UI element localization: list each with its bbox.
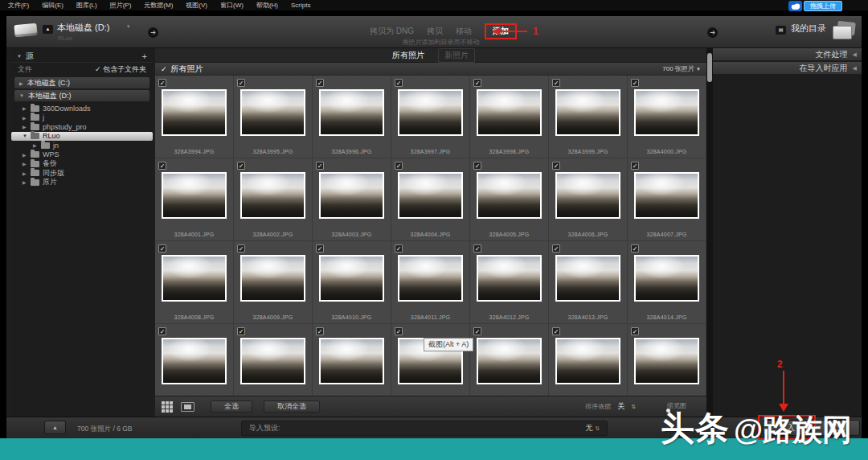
- photo-cell[interactable]: ✓328A4008.JPG: [155, 241, 234, 324]
- folder-item[interactable]: ▶phpstudy_pro: [11, 122, 153, 132]
- photo-thumbnail[interactable]: [319, 255, 384, 302]
- photo-cell[interactable]: ✓328A4010.JPG: [313, 241, 391, 324]
- menu-item[interactable]: Scripts: [285, 0, 317, 10]
- photo-checkbox[interactable]: ✓: [237, 162, 245, 170]
- source-caret-icon[interactable]: ▾: [127, 23, 130, 30]
- menu-item[interactable]: 文件(F): [2, 0, 35, 10]
- select-all-button[interactable]: 全选: [211, 400, 252, 413]
- photo-cell[interactable]: ✓: [470, 324, 549, 396]
- folder-item[interactable]: ▶同步版: [11, 169, 153, 179]
- photo-cell[interactable]: ✓328A3995.JPG: [234, 76, 313, 158]
- photo-thumbnail[interactable]: [634, 89, 699, 136]
- drive-item[interactable]: ▶本地磁盘 (C:): [14, 77, 149, 88]
- deselect-all-button[interactable]: 取消全选: [264, 400, 320, 413]
- catalog-title[interactable]: 我的目录: [791, 23, 826, 35]
- photo-thumbnail[interactable]: [240, 255, 305, 302]
- photo-cell[interactable]: ✓328A4002.JPG: [234, 158, 313, 241]
- photo-checkbox[interactable]: ✓: [631, 327, 639, 335]
- panel-section-在导入时应用[interactable]: 在导入时应用◀: [713, 62, 862, 74]
- preset-sort-icon[interactable]: ⇅: [595, 425, 600, 432]
- tab-新照片[interactable]: 新照片: [438, 48, 475, 63]
- panel-section-文件处理[interactable]: 文件处理◀: [713, 48, 862, 60]
- folder-item[interactable]: ▶原片: [11, 178, 153, 187]
- photo-cell[interactable]: ✓328A4009.JPG: [234, 241, 313, 324]
- sort-direction-icon[interactable]: ⇅: [631, 404, 636, 410]
- photo-checkbox[interactable]: ✓: [552, 79, 560, 87]
- photo-checkbox[interactable]: ✓: [237, 244, 245, 253]
- menu-item[interactable]: 帮助(H): [250, 0, 285, 10]
- photo-thumbnail[interactable]: [555, 255, 620, 302]
- photo-checkbox[interactable]: ✓: [552, 327, 560, 335]
- photo-checkbox[interactable]: ✓: [631, 162, 639, 170]
- photo-checkbox[interactable]: ✓: [631, 244, 639, 253]
- photo-checkbox[interactable]: ✓: [473, 244, 481, 253]
- photo-thumbnail[interactable]: [398, 172, 463, 219]
- collapse-panel-button[interactable]: ▲: [44, 421, 66, 434]
- photo-cell[interactable]: ✓328A3994.JPG: [155, 76, 234, 158]
- hide-left-panel-arrow-icon[interactable]: ➔: [148, 27, 158, 38]
- menu-item[interactable]: 视图(V): [179, 0, 214, 10]
- photo-cell[interactable]: ✓: [391, 324, 470, 396]
- photo-checkbox[interactable]: ✓: [395, 162, 403, 170]
- folder-item[interactable]: ▶WPS: [11, 150, 153, 160]
- photo-thumbnail[interactable]: [555, 89, 620, 136]
- photo-cell[interactable]: ✓328A4001.JPG: [155, 158, 234, 241]
- photo-cell[interactable]: ✓: [234, 324, 313, 396]
- photo-thumbnail[interactable]: [162, 338, 227, 384]
- netdisk-icon[interactable]: [788, 1, 802, 11]
- menu-item[interactable]: 图库(L): [70, 0, 104, 10]
- photo-cell[interactable]: ✓328A3999.JPG: [549, 76, 628, 158]
- photo-cell[interactable]: ✓: [549, 324, 628, 396]
- add-source-icon[interactable]: +: [142, 51, 147, 61]
- photo-checkbox[interactable]: ✓: [316, 162, 324, 170]
- sort-value[interactable]: 关: [617, 401, 624, 412]
- grid-scrollbar[interactable]: [706, 48, 713, 417]
- photo-checkbox[interactable]: ✓: [395, 244, 403, 253]
- photo-thumbnail[interactable]: [398, 255, 463, 302]
- photo-thumbnail[interactable]: [477, 255, 542, 302]
- photo-count[interactable]: 700 张照片 ▼: [662, 64, 701, 73]
- photo-checkbox[interactable]: ✓: [237, 327, 245, 335]
- select-all-label[interactable]: 所有照片: [171, 64, 203, 75]
- photo-thumbnail[interactable]: [319, 172, 384, 219]
- import-method-option[interactable]: 拷贝: [427, 26, 443, 37]
- photo-thumbnail[interactable]: [162, 172, 227, 219]
- photo-checkbox[interactable]: ✓: [395, 327, 403, 335]
- menu-item[interactable]: 编辑(E): [35, 0, 70, 10]
- folder-item[interactable]: ▶jn: [11, 141, 153, 150]
- photo-checkbox[interactable]: ✓: [552, 162, 560, 170]
- photo-thumbnail[interactable]: [477, 338, 542, 384]
- import-method-option[interactable]: 拷贝为 DNG: [370, 26, 414, 37]
- photo-cell[interactable]: ✓328A4007.JPG: [628, 158, 706, 241]
- photo-checkbox[interactable]: ✓: [552, 244, 560, 253]
- hide-right-panel-arrow-icon[interactable]: ➔: [707, 27, 718, 38]
- grid-view-icon[interactable]: [162, 401, 173, 413]
- photo-checkbox[interactable]: ✓: [237, 79, 245, 87]
- photo-thumbnail[interactable]: [240, 89, 305, 136]
- photo-checkbox[interactable]: ✓: [473, 162, 481, 170]
- photo-cell[interactable]: ✓328A3998.JPG: [470, 76, 549, 158]
- photo-checkbox[interactable]: ✓: [473, 327, 481, 335]
- photo-checkbox[interactable]: ✓: [158, 327, 166, 335]
- photo-cell[interactable]: ✓328A4006.JPG: [549, 158, 628, 241]
- photo-thumbnail[interactable]: [240, 338, 305, 384]
- photo-thumbnail[interactable]: [477, 89, 542, 136]
- photo-cell[interactable]: ✓328A4014.JPG: [628, 241, 706, 324]
- include-subfolders-checkbox[interactable]: ✓ 包含子文件夹: [95, 64, 146, 75]
- netdisk-upload-widget[interactable]: 拖拽上传: [788, 1, 842, 11]
- photo-checkbox[interactable]: ✓: [316, 327, 324, 335]
- photo-checkbox[interactable]: ✓: [631, 79, 639, 87]
- photo-thumbnail[interactable]: [240, 172, 305, 219]
- photo-cell[interactable]: ✓328A4003.JPG: [313, 158, 391, 241]
- source-title[interactable]: 本地磁盘 (D:): [57, 22, 109, 34]
- photo-thumbnail[interactable]: [634, 338, 699, 384]
- photo-thumbnail[interactable]: [555, 172, 620, 219]
- photo-thumbnail[interactable]: [634, 172, 699, 219]
- photo-cell[interactable]: ✓: [628, 324, 706, 396]
- folder-item[interactable]: ▶360Downloads: [11, 104, 153, 113]
- photo-cell[interactable]: ✓: [155, 324, 234, 396]
- photo-cell[interactable]: ✓328A4005.JPG: [470, 158, 549, 241]
- tab-所有照片[interactable]: 所有照片: [387, 49, 430, 62]
- photo-checkbox[interactable]: ✓: [395, 79, 403, 87]
- scrollbar-thumb[interactable]: [707, 53, 712, 82]
